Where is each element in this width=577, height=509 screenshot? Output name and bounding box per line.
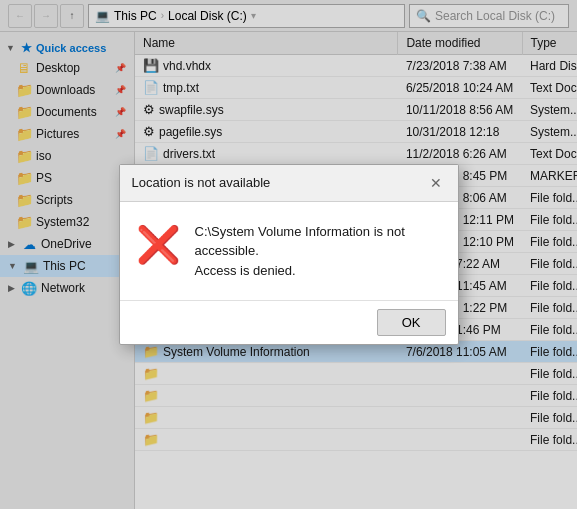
dialog-title: Location is not available <box>132 175 271 190</box>
dialog-message-line2: Access is denied. <box>195 261 442 281</box>
dialog-close-button[interactable]: ✕ <box>426 173 446 193</box>
dialog-message: C:\System Volume Information is not acce… <box>195 222 442 281</box>
dialog-titlebar: Location is not available ✕ <box>120 165 458 202</box>
error-dialog: Location is not available ✕ ❌ C:\System … <box>119 164 459 346</box>
dialog-body: ❌ C:\System Volume Information is not ac… <box>120 202 458 301</box>
error-icon: ❌ <box>136 224 181 266</box>
dialog-message-line1: C:\System Volume Information is not acce… <box>195 222 442 261</box>
dialog-footer: OK <box>120 300 458 344</box>
dialog-ok-button[interactable]: OK <box>377 309 446 336</box>
dialog-overlay: Location is not available ✕ ❌ C:\System … <box>0 0 577 509</box>
